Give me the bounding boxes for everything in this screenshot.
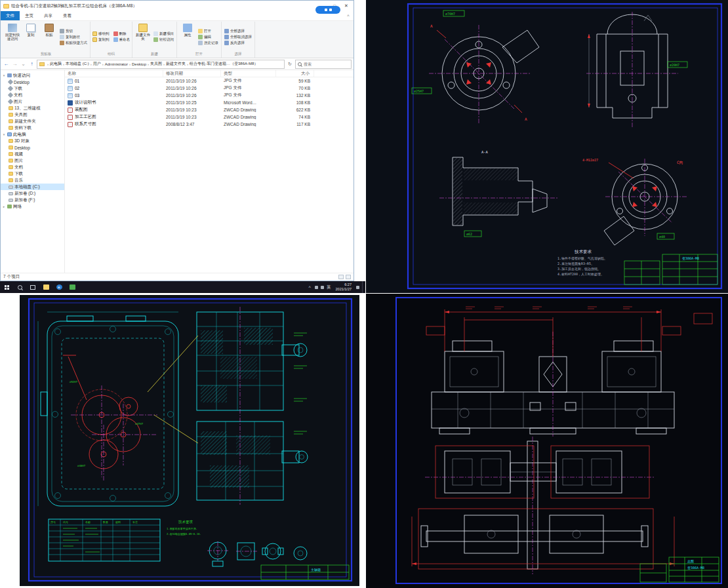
paste-shortcut-button[interactable]: 粘贴快捷方式 <box>60 41 87 45</box>
tab-view[interactable]: 查看 <box>58 11 77 20</box>
up-button[interactable] <box>28 61 35 67</box>
taskbar-browser-button[interactable]: e <box>52 281 66 293</box>
breadcrumb-segment[interactable]: Desktop <box>129 62 146 66</box>
breadcrumb-label: 组合专机-车门变速箱…（变386A-M8） <box>190 61 258 67</box>
rename-button[interactable]: 重命名 <box>113 37 131 42</box>
invert-selection-button[interactable]: 反向选择 <box>224 41 252 45</box>
table-header: 数量 <box>103 520 108 524</box>
file-row[interactable]: 装配图 2011/3/19 10:23 ZWCAD Drawing 622 KB <box>65 106 354 113</box>
taskbar-search-button[interactable] <box>13 281 26 293</box>
system-tray: 英 6:27 2021/1/27 <box>307 281 365 293</box>
file-row[interactable]: 03 2011/3/19 10:26 JPG 文件 132 KB <box>65 92 354 99</box>
floating-badge[interactable] <box>315 6 340 14</box>
column-type[interactable]: 类型 <box>221 70 276 77</box>
file-row[interactable]: 01 2011/3/19 10:26 JPG 文件 59 KB <box>65 77 354 85</box>
new-item-button[interactable]: 新建项目 <box>153 31 174 36</box>
column-name[interactable]: 名称 <box>65 70 163 77</box>
file-row[interactable]: 02 2011/3/19 10:26 JPG 文件 70 KB <box>65 85 354 92</box>
nav-quick-access[interactable]: 快速访问 <box>1 72 64 79</box>
properties-button[interactable]: 属性 <box>179 22 196 51</box>
nav-item[interactable]: 新加卷 (D:) <box>1 190 64 197</box>
breadcrumb-segment[interactable]: 此电脑 <box>47 61 62 67</box>
easy-access-button[interactable]: 轻松访问 <box>153 37 174 42</box>
collapse-ribbon-icon[interactable] <box>343 11 354 20</box>
nav-item[interactable]: 夹具图 <box>1 111 64 118</box>
edit-button[interactable]: 编辑 <box>198 35 218 39</box>
breadcrumb-segment[interactable]: 夹具图 <box>147 61 162 67</box>
nav-item[interactable]: 3D 对象 <box>1 138 64 144</box>
nav-item[interactable]: 资料下载 <box>1 125 64 131</box>
delete-button[interactable]: 删除 <box>113 31 131 36</box>
breadcrumb-segment[interactable]: 新建文件夹 <box>163 61 186 67</box>
forward-button[interactable] <box>11 61 18 67</box>
breadcrumb-segment[interactable]: 本地磁盘 (C:) <box>62 61 89 67</box>
nav-network[interactable]: 网络 <box>1 203 64 210</box>
pin-to-quick-access-button[interactable]: 固定到快速访问 <box>4 22 21 51</box>
back-button[interactable] <box>3 61 10 67</box>
open-button[interactable]: 打开 <box>198 29 218 33</box>
move-to-button[interactable]: 移动到 <box>92 31 110 36</box>
file-size: 74 KB <box>276 115 314 119</box>
nav-item[interactable]: 视频 <box>1 151 64 157</box>
taskbar-explorer-button[interactable] <box>39 281 52 293</box>
breadcrumb-segment[interactable]: Administrator <box>102 62 128 66</box>
nav-item[interactable]: 新加卷 (F:) <box>1 197 64 203</box>
details-view-icon[interactable] <box>338 275 344 279</box>
start-button[interactable] <box>0 281 13 293</box>
file-row[interactable]: 联系尺寸图 2008/8/12 3:47 ZWCAD Drawing 117 K… <box>65 121 354 128</box>
copy-path-button[interactable]: 复制路径 <box>60 35 87 39</box>
taskbar-chat-button[interactable] <box>66 281 79 293</box>
select-none-button[interactable]: 全部取消选择 <box>224 35 252 39</box>
file-row[interactable]: 加工工艺图 2011/3/19 10:23 ZWCAD Drawing 74 K… <box>65 113 354 121</box>
file-row[interactable]: 设计说明书 2011/3/19 10:25 Microsoft Word… 10… <box>65 99 354 106</box>
breadcrumb[interactable]: 此电脑 本地磁盘 (C:) 用户 Administrator <box>37 60 285 69</box>
nav-item-icon <box>9 146 13 149</box>
language-indicator[interactable]: 英 <box>327 284 331 290</box>
cut-button[interactable]: 剪切 <box>60 29 87 33</box>
breadcrumb-segment[interactable]: 组合专机-车门变速箱…（变386A-M8） <box>186 61 258 67</box>
ribbon-group-new: 新建文件夹 新建项目 轻松访问 新建 <box>132 22 177 58</box>
nav-item-label: Desktop <box>14 146 30 150</box>
nav-item[interactable]: 图片 <box>1 157 64 164</box>
nav-item[interactable]: Desktop <box>1 79 64 85</box>
quadrant-cad-gearbox-drawing: .sc{stroke:#17e2ea;fill:none;stroke-widt… <box>0 294 365 588</box>
nav-item[interactable]: 下载 <box>1 85 64 92</box>
nav-this-pc[interactable]: 此电脑 <box>1 131 64 138</box>
tab-home[interactable]: 主页 <box>20 11 39 20</box>
thumbnails-view-icon[interactable] <box>346 275 351 279</box>
chevron-right-icon <box>102 62 104 66</box>
network-tray-icon[interactable] <box>321 286 324 289</box>
show-desktop-button[interactable] <box>362 281 364 293</box>
tab-file[interactable]: 文件 <box>1 11 20 20</box>
ribbon-group-select: 全部选择 全部取消选择 反向选择 选择 <box>222 22 255 58</box>
nav-item[interactable]: 文档 <box>1 164 64 170</box>
select-all-button[interactable]: 全部选择 <box>224 29 252 33</box>
tray-expand-icon[interactable] <box>307 285 312 290</box>
history-button[interactable]: 历史记录 <box>198 41 218 45</box>
column-size[interactable]: 大小 <box>276 70 314 77</box>
breadcrumb-segment[interactable]: 用户 <box>90 61 101 67</box>
nav-item[interactable]: 本地磁盘 (C:) <box>1 184 64 190</box>
new-folder-button[interactable]: 新建文件夹 <box>134 22 152 51</box>
copy-button[interactable]: 复制 <box>22 22 39 51</box>
nav-item[interactable]: 13、三维建模 <box>1 105 64 111</box>
search-input[interactable] <box>304 62 349 66</box>
clock[interactable]: 6:27 2021/1/27 <box>334 283 354 291</box>
nav-item[interactable]: 图片 <box>1 98 64 105</box>
task-view-button[interactable] <box>26 281 39 293</box>
refresh-icon[interactable] <box>286 62 294 67</box>
note-line: 2.未注铸造圆角R3~R5。 <box>557 262 594 266</box>
column-date[interactable]: 修改日期 <box>163 70 221 77</box>
nav-item[interactable]: 文档 <box>1 92 64 98</box>
copy-to-button[interactable]: 复制到 <box>92 37 110 42</box>
close-button[interactable] <box>340 1 352 10</box>
recent-locations-icon[interactable] <box>20 61 27 67</box>
nav-item[interactable]: 新建文件夹 <box>1 118 64 125</box>
paste-button[interactable]: 粘贴 <box>41 22 58 51</box>
volume-icon[interactable] <box>315 286 318 289</box>
notification-icon[interactable] <box>356 286 359 289</box>
tab-share[interactable]: 共享 <box>39 11 58 20</box>
nav-item[interactable]: 音乐 <box>1 177 64 184</box>
nav-item[interactable]: Desktop <box>1 144 64 151</box>
nav-item[interactable]: 下载 <box>1 170 64 177</box>
